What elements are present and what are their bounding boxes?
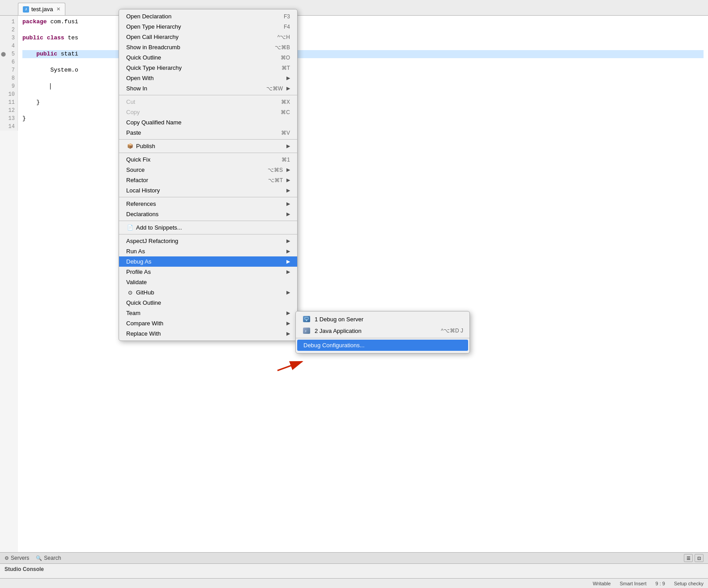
- separator-4: [119, 197, 297, 197]
- show-in-breadcrumb-shortcut: ⌥⌘B: [275, 44, 290, 51]
- tab-close-button[interactable]: ✕: [56, 6, 60, 12]
- separator-2: [119, 139, 297, 140]
- show-in-breadcrumb-label: Show in Breadcrumb: [126, 44, 266, 51]
- menu-item-replace-with[interactable]: Replace With ▶: [119, 328, 297, 339]
- references-arrow: ▶: [286, 201, 290, 207]
- status-smart-insert: Smart Insert: [620, 581, 647, 586]
- menu-item-team[interactable]: Team ▶: [119, 308, 297, 318]
- menu-item-cut: Cut ⌘X: [119, 97, 297, 107]
- cut-label: Cut: [126, 98, 272, 105]
- line-num-3: 3: [0, 34, 17, 42]
- menu-item-declarations[interactable]: Declarations ▶: [119, 209, 297, 219]
- quick-fix-label: Quick Fix: [126, 156, 273, 163]
- menu-item-paste[interactable]: Paste ⌘V: [119, 128, 297, 138]
- menu-item-quick-outline-2[interactable]: Quick Outline: [119, 298, 297, 308]
- menu-item-quick-type-hierarchy[interactable]: Quick Type Hierarchy ⌘T: [119, 63, 297, 73]
- line-num-8: 8: [0, 74, 17, 82]
- panel-toolbar-btn-2[interactable]: ⊡: [695, 554, 704, 562]
- local-history-arrow: ▶: [286, 187, 290, 193]
- status-bar: Writable Smart Insert 9 : 9 Setup checky: [0, 578, 708, 588]
- replace-with-arrow: ▶: [286, 331, 290, 337]
- line-num-11: 11: [0, 98, 17, 107]
- source-label: Source: [126, 166, 259, 173]
- submenu-debug-server[interactable]: 1 Debug on Server: [296, 313, 469, 325]
- run-as-arrow: ▶: [286, 248, 290, 254]
- menu-item-source[interactable]: Source ⌥⌘S ▶: [119, 165, 297, 175]
- open-with-label: Open With: [126, 75, 283, 81]
- menu-item-profile-as[interactable]: Profile As ▶: [119, 267, 297, 277]
- menu-item-open-call-hierarchy[interactable]: Open Call Hierarchy ^⌥H: [119, 32, 297, 42]
- tab-filename: test.java: [31, 6, 53, 13]
- quick-type-hierarchy-label: Quick Type Hierarchy: [126, 64, 273, 71]
- java-app-shortcut: ^⌥⌘D J: [441, 328, 463, 334]
- menu-item-publish[interactable]: 📦 Publish ▶: [119, 141, 297, 151]
- submenu-java-app[interactable]: J 2 Java Application ^⌥⌘D J: [296, 325, 469, 337]
- refactor-arrow: ▶: [286, 177, 290, 183]
- menu-item-run-as[interactable]: Run As ▶: [119, 246, 297, 256]
- menu-item-compare-with[interactable]: Compare With ▶: [119, 318, 297, 328]
- menu-item-github[interactable]: ⊙ GitHub ▶: [119, 287, 297, 298]
- open-type-hierarchy-label: Open Type Hierarchy: [126, 23, 275, 30]
- line-num-7: 7: [0, 66, 17, 74]
- menu-item-quick-fix[interactable]: Quick Fix ⌘1: [119, 154, 297, 165]
- line-num-10: 10: [0, 90, 17, 98]
- show-in-arrow: ▶: [286, 85, 290, 91]
- servers-icon: ⚙: [4, 555, 9, 561]
- menu-item-local-history[interactable]: Local History ▶: [119, 185, 297, 196]
- status-writable: Writable: [593, 581, 610, 586]
- debug-as-arrow: ▶: [286, 259, 290, 264]
- team-label: Team: [126, 310, 283, 316]
- open-declaration-shortcut: F3: [284, 13, 290, 20]
- search-icon: 🔍: [36, 555, 42, 561]
- file-tab[interactable]: J test.java ✕: [18, 3, 65, 15]
- menu-item-copy: Copy ⌘C: [119, 107, 297, 117]
- submenu-separator: [296, 338, 469, 338]
- line-num-13: 13: [0, 115, 17, 123]
- debug-server-icon: [302, 315, 311, 323]
- declarations-label: Declarations: [126, 211, 283, 217]
- compare-with-label: Compare With: [126, 320, 283, 327]
- quick-outline-shortcut: ⌘O: [281, 55, 290, 61]
- menu-item-show-in-breadcrumb[interactable]: Show in Breadcrumb ⌥⌘B: [119, 42, 297, 52]
- menu-item-copy-qualified[interactable]: Copy Qualified Name: [119, 117, 297, 128]
- open-call-hierarchy-shortcut: ^⌥H: [277, 34, 290, 40]
- svg-line-4: [277, 362, 302, 371]
- java-app-icon: J: [302, 327, 311, 334]
- console-label: Studio Console: [0, 564, 708, 575]
- separator-6: [119, 234, 297, 234]
- arrow-indicator: [273, 357, 309, 375]
- menu-item-validate[interactable]: Validate: [119, 277, 297, 287]
- profile-as-label: Profile As: [126, 268, 283, 275]
- servers-tab[interactable]: ⚙ Servers: [4, 555, 29, 561]
- menu-item-aspectj[interactable]: AspectJ Refactoring ▶: [119, 236, 297, 246]
- menu-item-add-snippets[interactable]: 📄 Add to Snippets...: [119, 222, 297, 233]
- menu-item-open-with[interactable]: Open With ▶: [119, 73, 297, 83]
- replace-with-label: Replace With: [126, 330, 283, 337]
- debug-as-label: Debug As: [126, 258, 283, 265]
- search-tab-label: Search: [44, 555, 61, 561]
- snippets-icon: 📄: [126, 225, 134, 231]
- publish-label: Publish: [136, 143, 283, 149]
- line-num-5: ⬤5: [0, 50, 17, 58]
- line-num-2: 2: [0, 26, 17, 34]
- quick-outline-2-label: Quick Outline: [126, 299, 290, 306]
- menu-item-references[interactable]: References ▶: [119, 199, 297, 209]
- line-num-1: 1: [0, 18, 17, 26]
- menu-item-quick-outline[interactable]: Quick Outline ⌘O: [119, 52, 297, 63]
- status-position: 9 : 9: [656, 581, 665, 586]
- panel-toolbar-btn-1[interactable]: ☰: [684, 554, 693, 562]
- menu-item-show-in[interactable]: Show In ⌥⌘W ▶: [119, 83, 297, 94]
- show-in-label: Show In: [126, 85, 257, 92]
- status-setup: Setup checky: [674, 581, 704, 586]
- submenu-debug-configs[interactable]: Debug Configurations...: [297, 340, 468, 351]
- run-as-label: Run As: [126, 248, 283, 255]
- menu-item-open-declaration[interactable]: Open Declaration F3: [119, 11, 297, 21]
- github-label: GitHub: [136, 289, 283, 296]
- menu-item-debug-as[interactable]: Debug As ▶: [119, 256, 297, 267]
- menu-item-refactor[interactable]: Refactor ⌥⌘T ▶: [119, 175, 297, 185]
- line-numbers: 1 2 3 4 ⬤5 6 7 8 9 10 11 12 13 14: [0, 16, 18, 131]
- source-shortcut: ⌥⌘S: [268, 167, 283, 173]
- search-tab[interactable]: 🔍 Search: [36, 555, 61, 561]
- github-icon: ⊙: [126, 290, 134, 296]
- menu-item-open-type-hierarchy[interactable]: Open Type Hierarchy F4: [119, 21, 297, 32]
